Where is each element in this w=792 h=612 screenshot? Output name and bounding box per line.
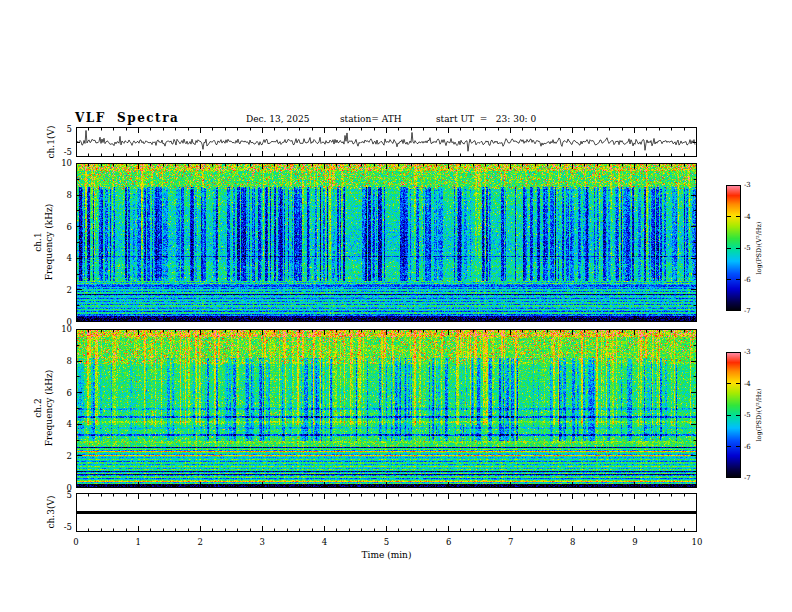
x-tick-label: 9 (625, 537, 645, 547)
colorbar-2-canvas (726, 352, 741, 478)
ch2-spec-y-tick: 8 (50, 356, 72, 366)
ch2-spec-y-tick: 4 (50, 419, 72, 429)
colorbar-tick-label: -7 (744, 474, 751, 482)
x-tick-label: 7 (501, 537, 521, 547)
ch1-spec-y-tick: 4 (50, 253, 72, 263)
ch1-spec-y-tick: 6 (50, 222, 72, 232)
colorbar-tick-label: -5 (744, 411, 751, 419)
ch1-wave-y-tick: -5 (50, 147, 72, 157)
ch2-spec-y-tick: 10 (50, 324, 72, 334)
ch1-waveform-canvas (76, 127, 697, 157)
colorbar-tick-label: -3 (744, 181, 751, 189)
x-tick-label: 5 (377, 537, 397, 547)
ch1-wave-y-tick: 5 (50, 124, 72, 134)
ch3-wave-y-tick: -5 (50, 522, 72, 532)
ch1-spectrogram-canvas (76, 163, 697, 322)
x-tick-label: 1 (128, 537, 148, 547)
x-tick-label: 3 (252, 537, 272, 547)
ch2-spec-y-tick: 2 (50, 451, 72, 461)
header-date: Dec. 13, 2025 (246, 114, 309, 124)
x-tick-label: 2 (190, 537, 210, 547)
ch1-spec-y-tick: 2 (50, 285, 72, 295)
x-tick-label: 8 (563, 537, 583, 547)
ch1-spec-y-tick: 8 (50, 190, 72, 200)
colorbar-tick-label: -4 (744, 380, 751, 388)
colorbar-1-canvas (726, 185, 741, 311)
colorbar-tick-label: -6 (744, 276, 751, 284)
x-tick-label: 6 (439, 537, 459, 547)
header-station: station= ATH (340, 114, 402, 124)
figure-title: VLF Spectra (75, 111, 179, 125)
vlf-spectra-figure: VLF Spectra Dec. 13, 2025 station= ATH s… (0, 0, 792, 612)
ch3-waveform-canvas (76, 493, 697, 532)
x-tick-label: 0 (66, 537, 86, 547)
colorbar-tick-label: -6 (744, 443, 751, 451)
colorbar-2-label: log(PSD)(V²/Hz) (755, 389, 763, 442)
colorbar-tick-label: -5 (744, 244, 751, 252)
colorbar-tick-label: -7 (744, 307, 751, 315)
ch2-spec-ylabel-line1: ch.2 (33, 398, 43, 417)
ch2-spec-ylabel-line2: Frequency (kHz) (44, 370, 54, 447)
ch1-spec-ylabel-line1: ch.1 (33, 232, 43, 251)
ch1-spec-y-tick: 10 (50, 158, 72, 168)
colorbar-tick-label: -3 (744, 348, 751, 356)
header-start-ut: start UT = 23: 30: 0 (436, 114, 536, 124)
colorbar-tick-label: -4 (744, 213, 751, 221)
x-tick-label: 4 (314, 537, 334, 547)
x-tick-label: 10 (687, 537, 707, 547)
ch2-spec-ylabel: ch.2Frequency (kHz) (33, 370, 56, 447)
ch1-spec-ylabel: ch.1Frequency (kHz) (33, 204, 56, 281)
ch3-wave-y-tick: 5 (50, 490, 72, 500)
colorbar-1-label: log(PSD)(V²/Hz) (755, 222, 763, 275)
ch2-spectrogram-canvas (76, 329, 697, 488)
ch2-spec-y-tick: 6 (50, 388, 72, 398)
time-axis-label: Time (min) (76, 550, 697, 560)
ch1-spec-ylabel-line2: Frequency (kHz) (44, 204, 54, 281)
